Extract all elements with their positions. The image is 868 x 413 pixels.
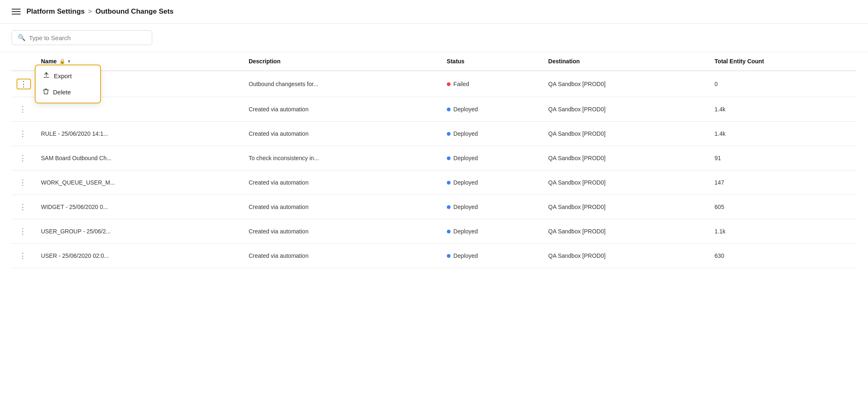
- name-cell: RULE - 25/06/2020 14:1...: [36, 122, 244, 146]
- hamburger-icon[interactable]: [12, 9, 21, 14]
- actions-cell: ⋮: [12, 170, 36, 195]
- th-actions: [12, 52, 36, 71]
- chevron-down-icon[interactable]: ▾: [68, 59, 70, 64]
- status-text: Failed: [453, 81, 469, 87]
- status-cell: Deployed: [442, 195, 543, 219]
- table-row: ⋮WORK_QUEUE_USER_M...Created via automat…: [12, 170, 856, 195]
- status-text: Deployed: [453, 155, 478, 161]
- status-dot: [447, 230, 451, 233]
- th-entity-count: Total Entity Count: [710, 52, 856, 71]
- row-actions-button[interactable]: ⋮: [17, 227, 29, 236]
- table-row: ⋮Created via automationDeployedQA Sandbo…: [12, 97, 856, 122]
- description-cell: Outbound changesets for...: [244, 71, 442, 97]
- destination-cell: QA Sandbox [PROD0]: [543, 122, 710, 146]
- table-row: ⋮WIDGET - 25/06/2020 0...Created via aut…: [12, 195, 856, 219]
- description-cell: Created via automation: [244, 170, 442, 195]
- breadcrumb-current: Outbound Change Sets: [96, 7, 174, 16]
- th-destination: Destination: [543, 52, 710, 71]
- delete-icon: [43, 88, 49, 96]
- breadcrumb-parent[interactable]: Platform Settings: [26, 7, 85, 16]
- status-dot: [447, 108, 451, 111]
- row-actions-button[interactable]: ⋮: [17, 178, 29, 187]
- description-cell: Created via automation: [244, 219, 442, 244]
- status-dot: [447, 205, 451, 209]
- destination-cell: QA Sandbox [PROD0]: [543, 195, 710, 219]
- export-label: Export: [54, 72, 72, 79]
- status-dot: [447, 132, 451, 136]
- row-actions-button[interactable]: ⋮: [17, 202, 29, 211]
- destination-cell: QA Sandbox [PROD0]: [543, 244, 710, 268]
- row-actions-button[interactable]: ⋮: [17, 79, 31, 89]
- status-cell: Deployed: [442, 97, 543, 122]
- context-menu-item-export[interactable]: Export: [36, 68, 100, 84]
- status-text: Deployed: [453, 204, 478, 210]
- status-text: Deployed: [453, 252, 478, 259]
- table-row: ⋮USER - 25/06/2020 02:0...Created via au…: [12, 244, 856, 268]
- status-text: Deployed: [453, 106, 478, 113]
- actions-cell: ⋮: [12, 244, 36, 268]
- entity-count-cell: 605: [710, 195, 856, 219]
- status-cell: Failed: [442, 71, 543, 97]
- destination-cell: QA Sandbox [PROD0]: [543, 97, 710, 122]
- actions-cell: ⋮: [12, 122, 36, 146]
- actions-cell: ⋮: [12, 146, 36, 170]
- status-dot: [447, 156, 451, 160]
- description-cell: Created via automation: [244, 195, 442, 219]
- destination-cell: QA Sandbox [PROD0]: [543, 219, 710, 244]
- header: Platform Settings > Outbound Change Sets: [0, 0, 868, 24]
- search-icon: 🔍: [18, 34, 26, 41]
- row-actions-button[interactable]: ⋮: [17, 105, 29, 114]
- entity-count-cell: 91: [710, 146, 856, 170]
- description-cell: Created via automation: [244, 244, 442, 268]
- main-table: Name 🔒 ▾ Description Status Destination …: [12, 52, 856, 268]
- context-menu: Export Delete: [35, 65, 101, 103]
- context-menu-item-delete[interactable]: Delete: [36, 84, 100, 100]
- name-cell: WORK_QUEUE_USER_M...: [36, 170, 244, 195]
- row-actions-button[interactable]: ⋮: [17, 154, 29, 163]
- description-cell: To check inconsistency in...: [244, 146, 442, 170]
- th-status: Status: [442, 52, 543, 71]
- actions-cell: ⋮: [12, 195, 36, 219]
- search-bar-container: 🔍: [0, 24, 868, 52]
- status-cell: Deployed: [442, 170, 543, 195]
- search-input[interactable]: [29, 34, 146, 41]
- destination-cell: QA Sandbox [PROD0]: [543, 170, 710, 195]
- status-cell: Deployed: [442, 244, 543, 268]
- actions-cell: ⋮ Export Delete: [12, 71, 36, 97]
- breadcrumb: Platform Settings > Outbound Change Sets: [26, 7, 174, 16]
- lock-icon: 🔒: [59, 58, 65, 64]
- actions-cell: ⋮: [12, 219, 36, 244]
- status-text: Deployed: [453, 228, 478, 235]
- row-actions-button[interactable]: ⋮: [17, 129, 29, 138]
- destination-cell: QA Sandbox [PROD0]: [543, 146, 710, 170]
- name-cell: USER_GROUP - 25/06/2...: [36, 219, 244, 244]
- status-text: Deployed: [453, 179, 478, 186]
- status-dot: [447, 181, 451, 185]
- entity-count-cell: 147: [710, 170, 856, 195]
- name-cell: WIDGET - 25/06/2020 0...: [36, 195, 244, 219]
- search-bar: 🔍: [12, 30, 152, 45]
- th-description: Description: [244, 52, 442, 71]
- entity-count-cell: 0: [710, 71, 856, 97]
- row-actions-button[interactable]: ⋮: [17, 251, 29, 260]
- status-dot: [447, 254, 451, 258]
- entity-count-cell: 630: [710, 244, 856, 268]
- destination-cell: QA Sandbox [PROD0]: [543, 71, 710, 97]
- export-icon: [43, 72, 50, 80]
- description-cell: Created via automation: [244, 97, 442, 122]
- delete-label: Delete: [53, 89, 71, 96]
- table-row: ⋮RULE - 25/06/2020 14:1...Created via au…: [12, 122, 856, 146]
- entity-count-cell: 1.4k: [710, 122, 856, 146]
- table-row: ⋮ Export DeleteOutbound changesets for..…: [12, 71, 856, 97]
- status-cell: Deployed: [442, 146, 543, 170]
- status-cell: Deployed: [442, 122, 543, 146]
- breadcrumb-separator: >: [88, 7, 92, 16]
- table-header-row: Name 🔒 ▾ Description Status Destination …: [12, 52, 856, 71]
- table-row: ⋮USER_GROUP - 25/06/2...Created via auto…: [12, 219, 856, 244]
- status-cell: Deployed: [442, 219, 543, 244]
- name-cell: USER - 25/06/2020 02:0...: [36, 244, 244, 268]
- status-text: Deployed: [453, 130, 478, 137]
- context-menu-wrapper: ⋮ Export Delete: [17, 79, 31, 89]
- name-cell: SAM Board Outbound Ch...: [36, 146, 244, 170]
- app-container: Platform Settings > Outbound Change Sets…: [0, 0, 868, 268]
